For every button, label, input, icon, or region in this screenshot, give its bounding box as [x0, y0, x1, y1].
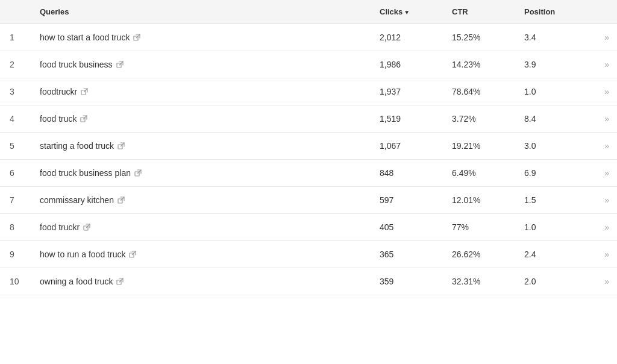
table-row: 8 food truckr 405 77% 1.0 » [0, 214, 617, 241]
external-link-icon [117, 142, 125, 149]
row-number: 4 [0, 105, 30, 133]
external-link-icon [83, 224, 90, 231]
external-link-icon [117, 196, 125, 204]
position-header[interactable]: Position [515, 0, 587, 24]
table-row: 1 how to start a food truck 2,012 15.25%… [0, 24, 617, 51]
query-text: how to run a food truck [40, 249, 125, 259]
query-link[interactable]: foodtruckr [40, 87, 88, 96]
query-text: owning a food truck [40, 277, 113, 286]
action-cell[interactable]: » [587, 78, 617, 105]
query-link[interactable]: how to run a food truck [40, 249, 136, 259]
query-link[interactable]: commissary kitchen [40, 195, 125, 205]
action-cell[interactable]: » [587, 214, 617, 241]
query-cell: starting a food truck [30, 133, 370, 160]
query-link[interactable]: food truck [40, 114, 87, 124]
row-number: 1 [0, 24, 30, 51]
chevron-right-icon[interactable]: » [604, 114, 607, 124]
chevron-right-icon[interactable]: » [604, 249, 607, 259]
ctr-cell: 3.72% [442, 105, 515, 133]
clicks-cell: 359 [370, 268, 442, 295]
query-text: commissary kitchen [40, 195, 114, 205]
query-text: food truckr [40, 222, 80, 232]
number-header [0, 0, 30, 24]
query-cell: food truck business plan [30, 160, 370, 187]
action-cell[interactable]: » [587, 51, 617, 78]
table-row: 5 starting a food truck 1,067 19.21% 3.0 [0, 133, 617, 160]
ctr-cell: 77% [442, 214, 515, 241]
clicks-cell: 597 [370, 187, 442, 214]
table-row: 10 owning a food truck 359 32.31% 2.0 [0, 268, 617, 295]
clicks-cell: 1,986 [370, 51, 442, 78]
queries-header[interactable]: Queries [30, 0, 370, 24]
ctr-cell: 6.49% [442, 160, 515, 187]
search-queries-table: Queries Clicks▼ CTR Position 1 how to st… [0, 0, 617, 295]
query-link[interactable]: how to start a food truck [40, 33, 140, 42]
position-cell: 2.0 [515, 268, 587, 295]
row-number: 5 [0, 133, 30, 160]
action-cell[interactable]: » [587, 133, 617, 160]
query-link[interactable]: food truckr [40, 222, 90, 232]
external-link-icon [80, 115, 87, 122]
query-link[interactable]: food truck business plan [40, 168, 142, 178]
ctr-cell: 15.25% [442, 24, 515, 51]
query-cell: how to start a food truck [30, 24, 370, 51]
chevron-right-icon[interactable]: » [604, 33, 607, 42]
query-text: foodtruckr [40, 87, 77, 96]
query-text: food truck business plan [40, 168, 131, 178]
chevron-right-icon[interactable]: » [604, 168, 607, 178]
row-number: 8 [0, 214, 30, 241]
position-cell: 3.0 [515, 133, 587, 160]
action-cell[interactable]: » [587, 160, 617, 187]
external-link-icon [116, 278, 124, 285]
action-cell[interactable]: » [587, 24, 617, 51]
external-link-icon [81, 88, 88, 95]
chevron-right-icon[interactable]: » [604, 60, 607, 69]
query-text: food truck [40, 114, 77, 124]
chevron-right-icon[interactable]: » [604, 195, 607, 205]
row-number: 2 [0, 51, 30, 78]
action-cell[interactable]: » [587, 187, 617, 214]
clicks-header[interactable]: Clicks▼ [370, 0, 442, 24]
position-cell: 3.9 [515, 51, 587, 78]
clicks-cell: 848 [370, 160, 442, 187]
table-row: 7 commissary kitchen 597 12.01% 1.5 [0, 187, 617, 214]
query-link[interactable]: owning a food truck [40, 277, 124, 286]
sort-indicator: ▼ [404, 9, 410, 16]
row-number: 7 [0, 187, 30, 214]
clicks-cell: 1,067 [370, 133, 442, 160]
ctr-cell: 19.21% [442, 133, 515, 160]
chevron-right-icon[interactable]: » [604, 87, 607, 96]
action-cell[interactable]: » [587, 105, 617, 133]
action-cell[interactable]: » [587, 241, 617, 268]
ctr-cell: 26.62% [442, 241, 515, 268]
action-cell[interactable]: » [587, 268, 617, 295]
ctr-cell: 12.01% [442, 187, 515, 214]
table-row: 3 foodtruckr 1,937 78.64% 1.0 » [0, 78, 617, 105]
ctr-header[interactable]: CTR [442, 0, 515, 24]
clicks-cell: 365 [370, 241, 442, 268]
chevron-right-icon[interactable]: » [604, 277, 607, 286]
query-text: how to start a food truck [40, 33, 130, 42]
query-cell: food truck business [30, 51, 370, 78]
query-cell: foodtruckr [30, 78, 370, 105]
clicks-cell: 1,937 [370, 78, 442, 105]
query-text: food truck business [40, 60, 113, 69]
clicks-cell: 2,012 [370, 24, 442, 51]
row-number: 6 [0, 160, 30, 187]
clicks-cell: 1,519 [370, 105, 442, 133]
query-cell: food truck [30, 105, 370, 133]
table-row: 2 food truck business 1,986 14.23% 3.9 [0, 51, 617, 78]
chevron-right-icon[interactable]: » [604, 141, 607, 151]
position-cell: 6.9 [515, 160, 587, 187]
table-header-row: Queries Clicks▼ CTR Position [0, 0, 617, 24]
table-row: 6 food truck business plan 848 6.49% 6.9 [0, 160, 617, 187]
ctr-cell: 14.23% [442, 51, 515, 78]
query-cell: commissary kitchen [30, 187, 370, 214]
table-row: 4 food truck 1,519 3.72% 8.4 » [0, 105, 617, 133]
query-link[interactable]: food truck business [40, 60, 124, 69]
external-link-icon [134, 169, 142, 177]
chevron-right-icon[interactable]: » [604, 222, 607, 232]
external-link-icon [133, 34, 140, 41]
row-number: 9 [0, 241, 30, 268]
query-link[interactable]: starting a food truck [40, 141, 125, 151]
